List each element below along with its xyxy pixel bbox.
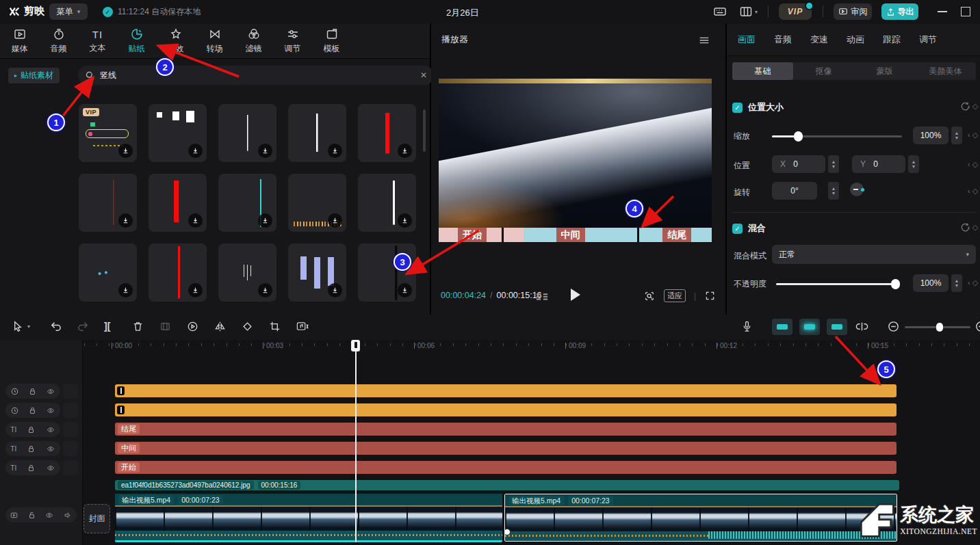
preview-axis-icon[interactable] bbox=[855, 320, 868, 333]
opacity-slider[interactable] bbox=[776, 283, 899, 285]
eye-icon[interactable] bbox=[46, 425, 55, 434]
layout-panels-icon[interactable] bbox=[739, 5, 753, 18]
lock-icon[interactable] bbox=[28, 387, 37, 396]
speaker-icon[interactable] bbox=[63, 511, 73, 520]
maximize-button[interactable] bbox=[961, 7, 970, 16]
search-input[interactable] bbox=[99, 70, 416, 81]
sticker-category-item[interactable]: ▸ 贴纸素材 bbox=[8, 68, 60, 83]
cursor-chevron-icon[interactable]: ▾ bbox=[27, 323, 30, 330]
clock-icon[interactable] bbox=[10, 387, 19, 396]
sticker-item[interactable] bbox=[358, 174, 416, 232]
download-icon[interactable] bbox=[328, 283, 342, 297]
tab-text[interactable]: TI 文本 bbox=[78, 24, 117, 58]
sticker-item[interactable] bbox=[149, 243, 207, 302]
subtab-beauty[interactable]: 美颜美体 bbox=[915, 62, 976, 80]
opacity-value[interactable]: 100% bbox=[913, 274, 949, 292]
track-toggle[interactable] bbox=[63, 422, 78, 437]
playhead-handle[interactable] bbox=[351, 340, 360, 351]
subtab-cutout[interactable]: 抠像 bbox=[793, 62, 854, 80]
position-y-field[interactable]: Y 0 bbox=[852, 155, 905, 173]
overlay-label-end[interactable]: 结尾 bbox=[662, 228, 691, 242]
tab-sticker[interactable]: 贴纸 bbox=[117, 24, 156, 58]
layout-chevron-icon[interactable]: ▾ bbox=[755, 9, 758, 15]
video-clip-1[interactable]: 输出视频5.mp4 00:00:07:23 bbox=[115, 494, 502, 542]
tab-transitions[interactable]: 转场 bbox=[195, 24, 234, 58]
download-icon[interactable] bbox=[258, 144, 272, 158]
sticker-item[interactable] bbox=[218, 243, 276, 302]
delete-icon[interactable] bbox=[131, 320, 144, 333]
rotate-field[interactable]: 0° bbox=[772, 182, 817, 200]
scale-slider[interactable] bbox=[772, 135, 902, 137]
scale-value[interactable]: 100% bbox=[913, 127, 949, 144]
split-icon[interactable]: ][ bbox=[104, 321, 110, 332]
sticker-item[interactable]: VIP bbox=[79, 104, 137, 162]
mirror-icon[interactable] bbox=[214, 320, 227, 333]
eye-icon[interactable] bbox=[46, 464, 55, 473]
download-icon[interactable] bbox=[188, 213, 203, 228]
frame-preview-icon[interactable] bbox=[534, 291, 550, 303]
tab-audio-props[interactable]: 音频 bbox=[774, 34, 792, 46]
review-button[interactable]: 审阅 bbox=[834, 3, 872, 20]
player-menu-icon[interactable] bbox=[698, 34, 710, 46]
rotate-icon[interactable] bbox=[241, 320, 254, 333]
track-toggle[interactable] bbox=[63, 403, 78, 418]
video-clip-2-selected[interactable]: 输出视频5.mp4 00:00:07:23 bbox=[504, 494, 897, 542]
overlay-label-middle[interactable]: 中间 bbox=[556, 228, 585, 242]
download-icon[interactable] bbox=[118, 283, 133, 297]
lock-icon[interactable] bbox=[28, 406, 37, 415]
link-clips-toggle[interactable] bbox=[827, 319, 847, 335]
playhead-line[interactable] bbox=[355, 340, 357, 542]
keyframe-icon[interactable]: ‹ ◇ bbox=[968, 223, 980, 232]
tab-adjust-props[interactable]: 调节 bbox=[919, 34, 937, 46]
tab-effects[interactable]: 特效 bbox=[156, 24, 195, 58]
eye-icon[interactable] bbox=[44, 511, 54, 520]
download-icon[interactable] bbox=[258, 213, 272, 228]
sticker-item[interactable] bbox=[218, 174, 276, 232]
zoom-out-icon[interactable] bbox=[887, 320, 900, 333]
redo-icon[interactable] bbox=[77, 320, 90, 333]
tab-adjust[interactable]: 调节 bbox=[273, 24, 312, 58]
download-icon[interactable] bbox=[398, 213, 412, 228]
download-icon[interactable] bbox=[188, 144, 203, 158]
extract-audio-icon[interactable] bbox=[296, 320, 309, 333]
position-x-field[interactable]: X 0 bbox=[772, 155, 825, 173]
freeze-frame-icon[interactable] bbox=[159, 320, 172, 333]
text-clip-middle[interactable]: 中间 bbox=[115, 442, 897, 455]
play-button[interactable] bbox=[571, 289, 580, 301]
fullscreen-icon[interactable] bbox=[704, 290, 716, 302]
track-toggle[interactable] bbox=[63, 441, 78, 456]
blend-checkbox[interactable]: ✓ bbox=[732, 224, 743, 234]
rotate-stepper[interactable]: ▲▼ bbox=[828, 182, 839, 200]
lock-icon[interactable] bbox=[27, 444, 36, 453]
select-cursor-icon[interactable] bbox=[11, 320, 24, 333]
tab-templates[interactable]: 模板 bbox=[312, 24, 351, 58]
record-voiceover-icon[interactable] bbox=[740, 320, 753, 333]
timeline-zoom-slider[interactable] bbox=[905, 326, 970, 328]
sticker-scrollbar[interactable] bbox=[423, 109, 426, 152]
magnetic-timeline-toggle[interactable] bbox=[799, 319, 820, 335]
download-icon[interactable] bbox=[188, 283, 203, 297]
sticker-item[interactable] bbox=[358, 104, 416, 162]
tab-filters[interactable]: 滤镜 bbox=[234, 24, 273, 58]
tab-animation[interactable]: 动画 bbox=[847, 34, 864, 46]
tab-media[interactable]: 媒体 bbox=[0, 24, 39, 58]
shortcut-keyboard-icon[interactable] bbox=[713, 5, 727, 18]
clock-icon[interactable] bbox=[10, 406, 19, 415]
eye-icon[interactable] bbox=[46, 406, 55, 415]
menu-button[interactable]: 菜单 ▾ bbox=[49, 3, 88, 20]
track-toggle[interactable] bbox=[63, 460, 78, 475]
cover-button[interactable]: 封面 bbox=[83, 504, 110, 533]
download-icon[interactable] bbox=[328, 213, 342, 228]
track-toggle[interactable] bbox=[63, 384, 78, 399]
clear-search-icon[interactable]: ✕ bbox=[420, 70, 427, 80]
keyframe-icon[interactable]: ‹ ◇ bbox=[968, 187, 980, 196]
speed-icon[interactable] bbox=[186, 320, 199, 333]
tab-audio[interactable]: 音频 bbox=[39, 24, 78, 58]
sticker-item[interactable] bbox=[218, 104, 276, 162]
tab-picture[interactable]: 画面 bbox=[738, 34, 756, 46]
undo-icon[interactable] bbox=[49, 320, 62, 333]
y-stepper[interactable]: ▲▼ bbox=[908, 155, 919, 173]
keyframe-icon[interactable]: ‹ ◇ bbox=[968, 278, 980, 287]
keyframe-icon[interactable]: ‹ ◇ bbox=[968, 160, 980, 169]
video-preview[interactable]: 开始 中间 结尾 bbox=[439, 79, 712, 242]
